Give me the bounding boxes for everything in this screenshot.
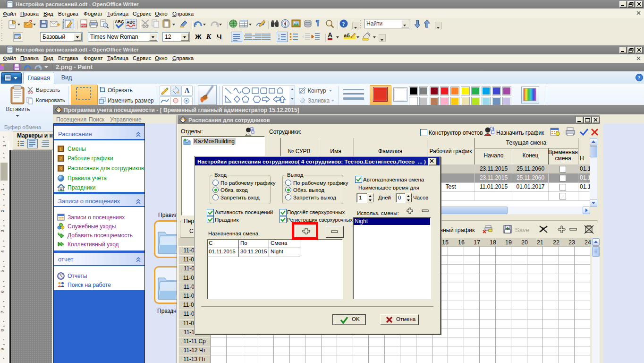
svg-text:ABC: ABC xyxy=(127,20,135,25)
svg-text:1: 1 xyxy=(59,147,62,152)
svg-text:7: 7 xyxy=(0,311,5,313)
svg-text:6: 6 xyxy=(0,290,5,293)
svg-text:3: 3 xyxy=(0,230,5,232)
svg-text:9: 9 xyxy=(0,348,5,350)
svg-text:1: 1 xyxy=(2,144,7,147)
svg-text:2: 2 xyxy=(0,209,5,212)
svg-text:4: 4 xyxy=(0,250,5,252)
svg-text:2: 2 xyxy=(59,156,62,161)
svg-text:?: ? xyxy=(638,75,640,80)
svg-text:2: 2 xyxy=(278,38,280,41)
svg-text:PDF: PDF xyxy=(81,24,87,27)
svg-text:8: 8 xyxy=(0,329,5,331)
svg-text:5: 5 xyxy=(0,270,5,272)
svg-text:1: 1 xyxy=(0,188,5,190)
svg-text:3: 3 xyxy=(59,166,62,171)
svg-text:?: ? xyxy=(342,21,345,27)
svg-text:1: 1 xyxy=(278,34,280,37)
